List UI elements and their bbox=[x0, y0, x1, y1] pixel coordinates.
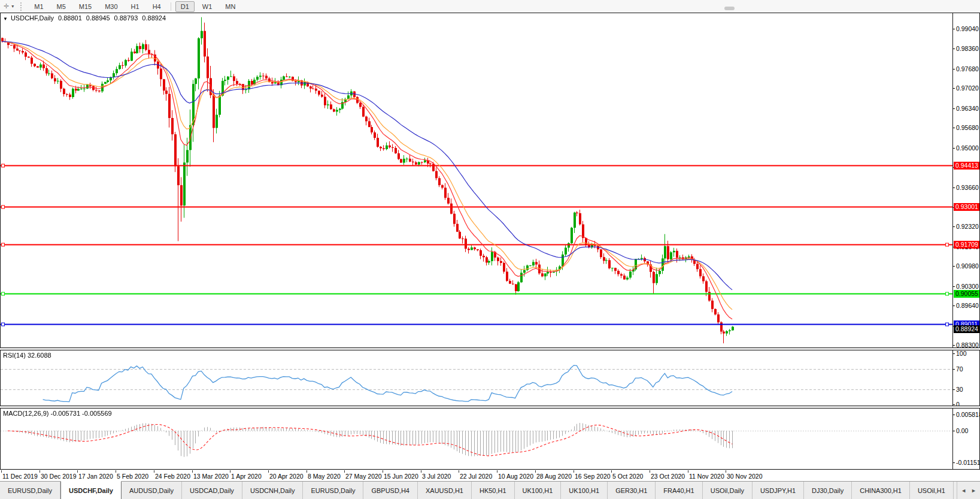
price-axis-label: 0.97680 bbox=[956, 65, 979, 72]
date-axis-tick bbox=[268, 470, 269, 473]
toolbar-grip[interactable] bbox=[20, 2, 23, 11]
indicator-axis-label: 70 bbox=[956, 365, 963, 373]
chart-tab-gbpusd-h4[interactable]: GBPUSD,H4 bbox=[363, 482, 418, 499]
date-axis-label: 20 Apr 2020 bbox=[269, 473, 304, 480]
chart-tab-china300-h1[interactable]: CHINA300,H1 bbox=[852, 482, 910, 499]
price-axis-label: 0.88300 bbox=[956, 341, 979, 347]
chart-tab-usdchf-daily[interactable]: USDCHF,Daily bbox=[60, 481, 122, 499]
date-axis-label: 11 Dec 2019 bbox=[2, 473, 38, 480]
date-axis-tick bbox=[77, 470, 78, 473]
price-axis[interactable]: 0.990400.983600.976800.970200.963400.956… bbox=[952, 13, 979, 347]
date-axis-label: 11 Nov 2020 bbox=[689, 473, 724, 480]
ohlc-open: 0.88801 bbox=[58, 14, 82, 22]
timeframe-button-M15[interactable]: M15 bbox=[74, 1, 97, 12]
axis-tick-mark bbox=[953, 128, 955, 128]
timeframe-button-M30[interactable]: M30 bbox=[99, 1, 123, 12]
date-axis-tick bbox=[1, 470, 2, 473]
date-axis-label: 3 Jul 2020 bbox=[422, 473, 451, 480]
date-axis-tick bbox=[688, 470, 688, 473]
macd-axis[interactable]: 0.0058180.00-0.011514 bbox=[952, 409, 979, 469]
timeframe-button-MN[interactable]: MN bbox=[220, 1, 241, 12]
axis-tick-mark bbox=[953, 266, 955, 267]
price-axis-label: 0.89640 bbox=[956, 302, 979, 309]
date-axis-label: 15 Jun 2020 bbox=[384, 473, 418, 480]
date-axis-label: 5 Oct 2020 bbox=[612, 473, 643, 480]
timeframe-button-group: M1M5M15M30H1H4D1W1MN bbox=[28, 1, 242, 12]
price-chart-canvas[interactable] bbox=[1, 13, 953, 347]
chart-tab-usdcnh-daily[interactable]: USDCNH,Daily bbox=[242, 482, 304, 499]
timeframe-button-H1[interactable]: H1 bbox=[126, 1, 145, 12]
date-axis-label: 1 Apr 2020 bbox=[231, 473, 262, 480]
chart-tab-audusd-daily[interactable]: AUDUSD,Daily bbox=[122, 482, 182, 499]
chart-tab-usdjpy-h1[interactable]: USDJPY,H1 bbox=[753, 482, 804, 499]
tab-scroll-right-icon[interactable]: ► bbox=[971, 488, 976, 494]
ohlc-close: 0.88924 bbox=[142, 14, 166, 22]
date-axis-label: 10 Aug 2020 bbox=[498, 473, 533, 480]
price-chart-pane: ▼USDCHF,Daily0.888010.889450.887930.8892… bbox=[0, 13, 980, 348]
chart-tab-usoil-h1[interactable]: USOil,H1 bbox=[910, 482, 954, 499]
axis-tick-mark bbox=[953, 389, 955, 390]
price-axis-label: 0.96340 bbox=[956, 105, 979, 112]
axis-tick-mark bbox=[953, 88, 955, 89]
indicator-axis-label: 30 bbox=[956, 386, 963, 393]
chart-title: ▼USDCHF,Daily0.888010.889450.887930.8892… bbox=[3, 14, 166, 22]
chart-symbol-label: USDCHF,Daily bbox=[11, 14, 54, 22]
chart-cursor-icon[interactable]: ✛ bbox=[4, 2, 9, 10]
axis-tick-mark bbox=[953, 148, 955, 149]
date-axis-tick bbox=[344, 470, 345, 473]
axis-tick-mark bbox=[953, 286, 955, 287]
price-axis-label: 0.95000 bbox=[956, 144, 979, 152]
axis-tick-mark bbox=[953, 415, 955, 415]
indicator-axis-label: -0.011514 bbox=[956, 459, 979, 466]
macd-canvas[interactable] bbox=[1, 409, 953, 469]
date-axis-label: 30 Nov 2020 bbox=[727, 473, 763, 480]
tab-scroll-arrows: ◄► bbox=[957, 482, 980, 499]
indicator-axis-label: 0.005818 bbox=[956, 411, 979, 418]
price-axis-label: 0.95680 bbox=[956, 124, 979, 131]
chart-tab-usdcad-daily[interactable]: USDCAD,Daily bbox=[182, 482, 242, 499]
timeframe-button-D1[interactable]: D1 bbox=[175, 1, 195, 12]
mt4-terminal: { "toolbar": { "timeframes": ["M1","M5",… bbox=[0, 0, 980, 499]
chart-tab-hk50-h1[interactable]: HK50,H1 bbox=[472, 482, 515, 499]
date-axis-tick bbox=[116, 470, 116, 473]
chart-tab-uk100-h1[interactable]: UK100,H1 bbox=[515, 482, 562, 499]
price-axis-label: 0.90300 bbox=[956, 283, 979, 290]
axis-tick-mark bbox=[953, 69, 955, 69]
chart-tab-eurusd-daily[interactable]: EURUSD,Daily bbox=[0, 482, 60, 499]
date-axis-tick bbox=[421, 470, 421, 473]
chart-tab-uk100-h1[interactable]: UK100,H1 bbox=[561, 482, 608, 499]
axis-tick-mark bbox=[953, 404, 955, 405]
date-axis-tick bbox=[40, 470, 40, 473]
chart-tab-xauusd-h1[interactable]: XAUUSD,H1 bbox=[418, 482, 472, 499]
date-axis[interactable]: 11 Dec 201930 Dec 201917 Jan 20205 Feb 2… bbox=[0, 470, 980, 481]
timeframe-button-M5[interactable]: M5 bbox=[51, 1, 71, 12]
collapse-triangle-icon[interactable]: ▼ bbox=[3, 16, 8, 22]
dropdown-caret-icon[interactable]: ▾ bbox=[11, 4, 14, 9]
chart-tab-dj30-daily[interactable]: DJ30,Daily bbox=[804, 482, 852, 499]
toolbar-divider bbox=[171, 2, 171, 11]
timeframe-button-M1[interactable]: M1 bbox=[29, 1, 48, 12]
timeframe-button-W1[interactable]: W1 bbox=[197, 1, 218, 12]
indicator-axis-label: 100 bbox=[956, 350, 967, 357]
date-axis-tick bbox=[497, 470, 497, 473]
rsi-canvas[interactable] bbox=[1, 350, 953, 406]
price-axis-label: 0.99040 bbox=[956, 25, 979, 32]
date-axis-tick bbox=[535, 470, 536, 473]
h-scrollbar-thumb[interactable] bbox=[724, 7, 735, 10]
ohlc-high: 0.88945 bbox=[86, 14, 110, 22]
date-axis-label: 23 Oct 2020 bbox=[651, 473, 685, 480]
indicator-axis-label: 0 bbox=[956, 401, 960, 406]
macd-indicator-pane: MACD(12,26,9) -0.005731 -0.005569 0.0058… bbox=[0, 408, 980, 470]
chart-tab-ger30-h1[interactable]: GER30,H1 bbox=[608, 482, 656, 499]
date-axis-label: 8 May 2020 bbox=[308, 473, 341, 480]
date-axis-label: 28 Aug 2020 bbox=[536, 473, 572, 480]
chart-tab-usoil-daily[interactable]: USOil,Daily bbox=[703, 482, 753, 499]
hline-price-label: 0.93001 bbox=[954, 203, 979, 211]
chart-tab-fra40-h1[interactable]: FRA40,H1 bbox=[656, 482, 702, 499]
timeframe-button-H4[interactable]: H4 bbox=[147, 1, 166, 12]
chart-tab-eurusd-daily[interactable]: EURUSD,Daily bbox=[303, 482, 363, 499]
rsi-axis[interactable]: 10070300 bbox=[952, 350, 979, 406]
date-axis-tick bbox=[383, 470, 383, 473]
tab-scroll-left-icon[interactable]: ◄ bbox=[961, 488, 966, 494]
date-axis-tick bbox=[459, 470, 459, 473]
